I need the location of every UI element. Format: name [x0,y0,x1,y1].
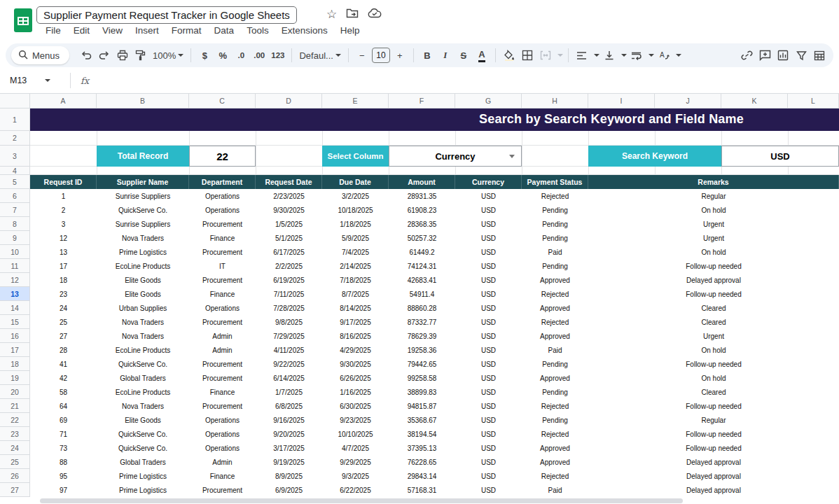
cell[interactable]: Procurement [189,483,256,497]
row-header-8[interactable]: 8 [0,217,30,231]
row-header-17[interactable]: 17 [0,343,30,357]
cell[interactable]: 7/29/2025 [256,329,322,343]
cell[interactable]: 17 [30,259,97,273]
text-color-button[interactable]: A [473,46,490,64]
insert-chart-icon[interactable] [775,46,791,64]
cell[interactable]: Approved [522,329,588,343]
cell[interactable]: Delayed approval [588,483,839,497]
horizontal-align-icon[interactable] [574,46,590,64]
row-header-9[interactable]: 9 [0,231,30,245]
cell[interactable]: Global Traders [97,455,189,469]
cell[interactable]: EcoLine Products [97,385,189,399]
cell[interactable]: 7/11/2025 [256,287,322,301]
cell[interactable]: Pending [522,413,588,427]
star-icon[interactable]: ☆ [326,7,337,22]
row-header-24[interactable]: 24 [0,441,30,455]
cell[interactable]: Procurement [189,315,256,329]
cloud-status-icon[interactable] [368,8,382,21]
row-header-12[interactable]: 12 [0,273,30,287]
cell[interactable]: 88 [30,455,97,469]
cell[interactable]: Follow-up needed [588,287,839,301]
increase-decimal-button[interactable]: .00 [251,46,268,64]
cell[interactable]: 4/11/2025 [256,343,322,357]
cell[interactable]: Approved [522,273,588,287]
cell[interactable]: Follow-up needed [588,357,839,371]
cell[interactable]: Follow-up needed [588,259,839,273]
cell[interactable]: Operations [189,441,256,455]
cell[interactable]: Rejected [522,399,588,413]
grid-corner-button[interactable] [0,93,30,108]
cell[interactable]: On hold [588,203,839,217]
cell[interactable]: 9/8/2025 [256,315,322,329]
cell[interactable]: Follow-up needed [588,399,839,413]
cell[interactable]: Procurement [189,217,256,231]
select-column-caret-icon[interactable] [509,155,515,158]
cell[interactable]: 9/30/2025 [322,357,389,371]
cell[interactable]: 7/28/2025 [256,301,322,315]
cell[interactable]: Delayed approval [588,273,839,287]
row-header-18[interactable]: 18 [0,357,30,371]
cell[interactable]: 50257.32 [389,231,455,245]
cell[interactable]: Urban Supplies [97,301,189,315]
cell[interactable]: USD [455,315,522,329]
cell[interactable]: Global Traders [97,371,189,385]
paint-format-icon[interactable] [132,46,149,64]
filter-views-icon[interactable] [811,46,828,64]
cell[interactable]: Procurement [189,245,256,259]
cell[interactable]: 57168.31 [389,483,455,497]
cell[interactable]: 94815.87 [389,399,455,413]
cell[interactable]: 6/30/2025 [322,399,389,413]
column-header-c[interactable]: C [189,93,256,108]
cell[interactable]: 8/16/2025 [322,329,389,343]
cell[interactable]: Approved [522,301,588,315]
menu-item-help[interactable]: Help [334,23,366,38]
cell[interactable]: 9/19/2025 [256,455,322,469]
cell[interactable]: 28931.35 [389,189,455,203]
google-sheets-logo-icon[interactable] [14,8,32,32]
font-size-input[interactable]: 10 [372,48,390,63]
row-header-4[interactable]: 4 [0,167,30,175]
cell[interactable]: Regular [588,413,839,427]
decrease-font-size-button[interactable]: − [354,46,370,64]
cell[interactable]: Admin [189,329,256,343]
cell[interactable]: Procurement [189,273,256,287]
cell[interactable]: QuickServe Co. [97,427,189,441]
strikethrough-button[interactable]: S [455,46,472,64]
cell[interactable]: Paid [522,483,588,497]
horizontal-scrollbar[interactable] [40,498,683,503]
cell[interactable]: Urgent [588,329,839,343]
cell[interactable]: Follow-up needed [588,427,839,441]
cell[interactable]: 71 [30,427,97,441]
cell[interactable]: 4/7/2025 [322,441,389,455]
cell[interactable]: 6/14/2025 [256,371,322,385]
menu-item-data[interactable]: Data [208,23,241,38]
cell[interactable]: 1/7/2025 [256,385,322,399]
total-record-value[interactable]: 22 [189,146,256,167]
cell[interactable]: 42683.41 [389,273,455,287]
cell[interactable]: 12 [30,231,97,245]
cell[interactable]: On hold [588,245,839,259]
borders-icon[interactable] [519,46,536,64]
cell[interactable]: 8/14/2025 [322,301,389,315]
cell[interactable]: 87332.77 [389,315,455,329]
cell[interactable]: 54911.4 [389,287,455,301]
cell[interactable]: 3/17/2025 [256,441,322,455]
cell[interactable]: 10/10/2025 [322,427,389,441]
cell[interactable]: USD [455,469,522,483]
cell[interactable]: Regular [588,189,839,203]
cell[interactable]: USD [455,483,522,497]
cell[interactable]: Operations [189,189,256,203]
cell[interactable]: Procurement [189,399,256,413]
merge-options-caret[interactable] [557,54,563,57]
menu-item-file[interactable]: File [39,23,67,38]
cell[interactable]: 35368.67 [389,413,455,427]
cell[interactable]: Operations [189,413,256,427]
row-header-26[interactable]: 26 [0,469,30,483]
cell[interactable]: 5/1/2025 [256,231,322,245]
cell[interactable]: Pending [522,259,588,273]
row-header-3[interactable]: 3 [0,146,30,167]
cell[interactable]: Nova Traders [97,399,189,413]
row-header-1[interactable]: 1 [0,108,30,131]
row-header-5[interactable]: 5 [0,175,30,189]
font-select[interactable]: Defaul... [297,46,342,64]
